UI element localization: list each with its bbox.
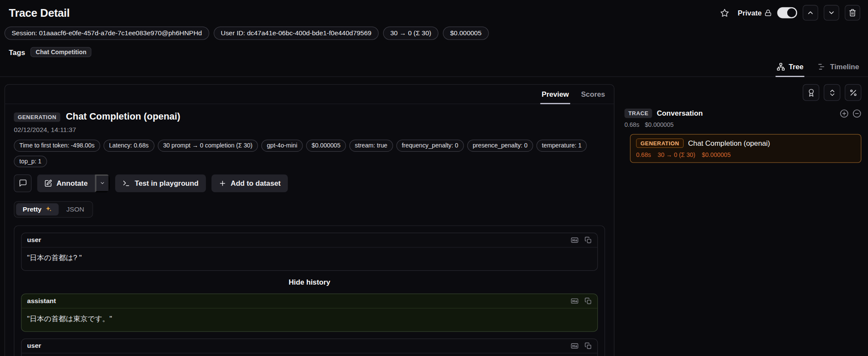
message-card-assistant: assistant "日本の首都は東京です。" (21, 293, 598, 331)
trace-type-badge: TRACE (624, 109, 652, 118)
message-header: user (21, 339, 597, 353)
message-tools (570, 236, 592, 244)
trace-title: Conversation (657, 109, 703, 117)
page-title: Trace Detail (9, 6, 70, 19)
user-id-badge[interactable]: User ID: dc47a41e-06bc-400d-bde1-f0e440d… (214, 27, 379, 40)
trace-detail-page: Trace Detail Private Session: 01aaacf6-e… (0, 0, 868, 356)
add-to-dataset-label: Add to dataset (231, 179, 281, 187)
pencil-icon (44, 179, 52, 187)
tab-scores[interactable]: Scores (580, 89, 606, 104)
trace-metrics: 0.68s $0.000005 (624, 122, 861, 128)
message-tools (570, 341, 592, 350)
tab-timeline[interactable]: Timeline (817, 62, 860, 77)
markdown-icon (570, 341, 580, 350)
chevrons-up-down-icon (828, 89, 836, 97)
format-pretty-button[interactable]: Pretty (16, 203, 58, 215)
tree-icon (776, 63, 785, 71)
add-to-dataset-button[interactable]: Add to dataset (211, 175, 288, 192)
annotate-dropdown-button[interactable] (95, 175, 110, 192)
cost-badge: $0.000005 (443, 27, 489, 40)
observation-title: Chat Completion (openai) (66, 111, 180, 123)
message-role: user (27, 342, 41, 350)
observation-timestamp: 02/12/2024, 14:11:37 (14, 126, 605, 134)
metric-pill-model: gpt-4o-mini (261, 140, 303, 151)
timeline-icon (818, 63, 826, 71)
terminal-icon (122, 179, 130, 187)
trace-latency: 0.68s (624, 122, 639, 128)
trace-meta-badges: Session: 01aaacf6-e0fe-457d-a7de-7c1ee08… (0, 21, 868, 40)
metric-pill-top-p: top_p: 1 (14, 155, 47, 167)
node-metrics: 0.68s 30 → 0 (Σ 30) $0.000005 (636, 151, 855, 158)
metric-pill-temperature: temperature: 1 (536, 140, 587, 151)
collapse-nodes-button[interactable] (853, 109, 862, 118)
message-role: assistant (27, 297, 56, 305)
message-content: "ありがとう" (21, 353, 597, 356)
privacy-label-group: Private (738, 9, 772, 17)
observation-header: GENERATION Chat Completion (openai) 02/1… (5, 104, 614, 167)
tag-badge[interactable]: Chat Competition (31, 47, 91, 57)
node-cost: $0.000005 (702, 151, 730, 158)
collapse-all-button[interactable] (824, 84, 840, 101)
metric-pill-latency: Latency: 0.68s (104, 140, 154, 151)
public-private-toggle[interactable] (777, 7, 797, 18)
annotate-split-button: Annotate (37, 175, 110, 192)
markdown-toggle-button[interactable] (570, 297, 580, 305)
tags-label: Tags (9, 48, 25, 56)
message-content: "日本の首都は東京です。" (21, 308, 597, 331)
expand-nodes-button[interactable] (840, 109, 849, 118)
tab-preview[interactable]: Preview (541, 89, 570, 104)
message-card-user-2: user "ありがとう" (21, 338, 598, 356)
tab-tree[interactable]: Tree (776, 62, 805, 77)
metric-pill-tokens: 30 prompt → 0 completion (Σ 30) (158, 140, 258, 151)
next-trace-button[interactable] (824, 5, 839, 21)
trace-cost: $0.000005 (645, 122, 674, 128)
message-role: user (27, 236, 41, 244)
token-usage-badge: 30 → 0 (Σ 30) (383, 27, 438, 40)
delete-trace-button[interactable] (845, 5, 860, 21)
metrics-toggle-button[interactable] (845, 84, 862, 101)
copy-icon (584, 297, 592, 304)
playground-label: Test in playground (134, 179, 199, 187)
playground-button[interactable]: Test in playground (115, 175, 205, 192)
tree-node-trace[interactable]: TRACE Conversation (624, 109, 861, 118)
tags-row: Tags Chat Competition (0, 40, 868, 57)
message-header: assistant (21, 294, 597, 308)
session-badge[interactable]: Session: 01aaacf6-e0fe-457d-a7de-7c1ee08… (4, 27, 209, 40)
copy-button[interactable] (584, 342, 592, 350)
format-json-button[interactable]: JSON (60, 203, 91, 215)
hide-history-button[interactable]: Hide history (21, 278, 598, 286)
message-content: "日本の首都は? " (21, 248, 597, 270)
observation-actions: Annotate Test in playground Add to datas… (5, 175, 614, 192)
chat-bubble-icon (18, 179, 27, 187)
previous-trace-button[interactable] (803, 5, 818, 21)
format-pretty-label: Pretty (23, 206, 42, 213)
bookmark-star-button[interactable] (717, 5, 732, 21)
copy-button[interactable] (584, 236, 592, 244)
trace-tree-panel: TRACE Conversation 0.68s $0.000005 GENER (624, 84, 861, 163)
markdown-icon (570, 236, 580, 244)
markdown-toggle-button[interactable] (570, 341, 580, 350)
format-toggle: Pretty JSON (14, 201, 93, 218)
markdown-toggle-button[interactable] (570, 236, 580, 244)
toggle-knob (787, 8, 796, 17)
tree-expand-controls (840, 109, 861, 118)
observation-metric-pills: Time to first token: -498.00s Latency: 0… (14, 140, 605, 167)
observation-tabs: Preview Scores (5, 85, 614, 104)
node-tokens: 30 → 0 (Σ 30) (657, 151, 695, 158)
tree-node-generation-selected[interactable]: GENERATION Chat Completion (openai) 0.68… (630, 134, 861, 163)
metric-pill-stream: stream: true (349, 140, 393, 151)
circle-plus-icon (840, 109, 849, 118)
copy-button[interactable] (584, 297, 592, 304)
scores-toggle-button[interactable] (803, 84, 819, 101)
star-icon (720, 8, 729, 18)
top-bar: Trace Detail Private (0, 0, 868, 21)
annotate-button[interactable]: Annotate (37, 175, 95, 192)
plus-icon (218, 179, 226, 187)
metric-pill-cost: $0.000005 (306, 140, 346, 151)
chevron-down-icon (828, 9, 835, 17)
comment-button[interactable] (14, 175, 31, 192)
generation-type-badge: GENERATION (636, 139, 684, 148)
message-header: user (21, 233, 597, 247)
io-container: user "日本の首都は? " Hide history (14, 225, 605, 356)
markdown-icon (570, 297, 580, 305)
